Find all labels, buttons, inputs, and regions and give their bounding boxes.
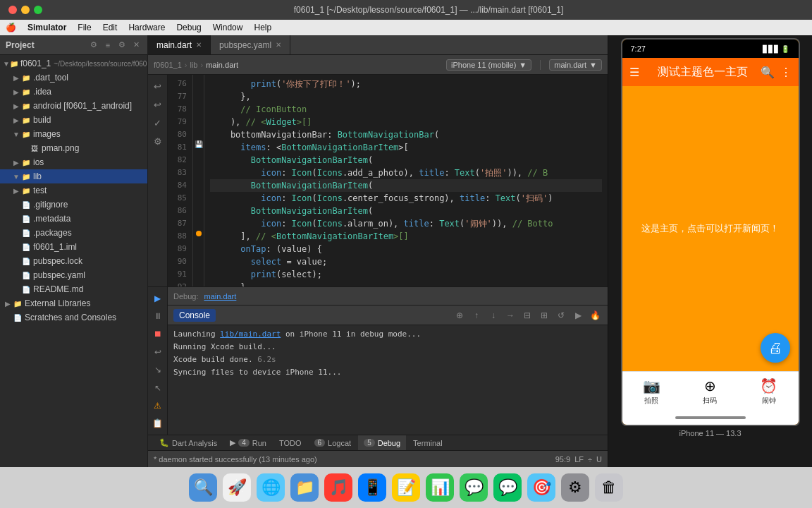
tab-main-dart[interactable]: main.dart ✕ bbox=[148, 35, 211, 54]
tree-item[interactable]: ▶📁.idea bbox=[0, 85, 147, 99]
dock-messages[interactable]: 💬 bbox=[460, 473, 488, 502]
debug-step-out[interactable]: ↖ bbox=[149, 380, 166, 396]
sidebar-btn-close[interactable]: ✕ bbox=[130, 40, 142, 51]
editor-tabs: main.dart ✕ pubspec.yaml ✕ bbox=[148, 35, 608, 55]
tree-item[interactable]: 📄Scratches and Consoles bbox=[0, 310, 147, 325]
tree-item[interactable]: 📄.gitignore bbox=[0, 198, 147, 212]
debug-step-in[interactable]: ↘ bbox=[149, 362, 166, 378]
debug-resume-btn[interactable]: ▶ bbox=[149, 290, 166, 306]
tree-item[interactable]: ▶📁test bbox=[0, 183, 147, 198]
iphone-nav-photo[interactable]: 📷 拍照 bbox=[622, 377, 681, 406]
dock-finder2[interactable]: 📁 bbox=[290, 473, 319, 502]
dock-notes[interactable]: 📝 bbox=[392, 473, 420, 502]
tree-item[interactable]: ▶📁External Libraries bbox=[0, 296, 147, 310]
dock-wechat[interactable]: 💬 bbox=[493, 473, 522, 502]
menu-simulator[interactable]: Simulator bbox=[27, 23, 66, 32]
left-btn-1[interactable]: ↩ bbox=[149, 78, 166, 95]
left-btn-2[interactable]: ↩ bbox=[149, 96, 166, 113]
iphone-nav-alarm[interactable]: ⏰ 闹钟 bbox=[739, 377, 798, 406]
tab-close-main[interactable]: ✕ bbox=[196, 41, 202, 49]
tree-item[interactable]: ▼📁f0601_1~/Desktop/lesson/source/f0601_1 bbox=[0, 56, 147, 71]
menu-hardware[interactable]: Hardware bbox=[128, 23, 165, 32]
tree-item[interactable]: ▼📁lib bbox=[0, 169, 147, 183]
iphone-status-icons: ▊▊▊ 🔋 bbox=[763, 45, 790, 53]
sidebar-btn-1[interactable]: ⚙ bbox=[88, 40, 99, 51]
tree-item[interactable]: 📄f0601_1.iml bbox=[0, 240, 147, 254]
minimize-button[interactable] bbox=[21, 6, 30, 14]
console-tab[interactable]: Console bbox=[173, 309, 216, 322]
console-link[interactable]: lib/main.dart bbox=[220, 329, 281, 339]
tree-item[interactable]: 📄pubspec.yaml bbox=[0, 268, 147, 282]
sidebar-btn-2[interactable]: ≡ bbox=[102, 40, 113, 51]
line-indicator-cell bbox=[193, 254, 204, 262]
line-indicator-cell bbox=[193, 262, 204, 270]
close-button[interactable] bbox=[8, 6, 17, 14]
left-btn-4[interactable]: ⚙ bbox=[149, 133, 166, 150]
tree-item[interactable]: ▶📁build bbox=[0, 113, 147, 127]
iphone-menu-icon[interactable]: ☰ bbox=[629, 66, 639, 79]
console-btn-4[interactable]: → bbox=[503, 308, 517, 322]
sidebar-btn-3[interactable]: ⚙ bbox=[116, 40, 128, 51]
console-btn-3[interactable]: ↓ bbox=[486, 308, 500, 322]
tree-arrow-icon: ▶ bbox=[11, 187, 21, 195]
run-bar-run[interactable]: ▶ 4 Run bbox=[224, 435, 272, 451]
iphone-search-icon[interactable]: 🔍 bbox=[761, 66, 775, 79]
console-btn-8[interactable]: ▶ bbox=[571, 308, 585, 322]
iphone-nav-scan[interactable]: ⊕ 扫码 bbox=[681, 377, 739, 406]
file-nav-dropdown[interactable]: main.dart ▼ bbox=[549, 59, 602, 71]
dock-appstore[interactable]: 📱 bbox=[358, 473, 386, 502]
dock-finder[interactable]: 🔍 bbox=[189, 473, 217, 502]
run-bar-debug[interactable]: 5 Debug bbox=[358, 435, 406, 451]
debug-file-link[interactable]: main.dart bbox=[204, 292, 236, 301]
dock-safari[interactable]: 🌐 bbox=[257, 473, 285, 502]
menu-file[interactable]: File bbox=[78, 23, 91, 32]
line-number: 84 bbox=[171, 179, 187, 192]
dock-launchpad[interactable]: 🚀 bbox=[223, 473, 251, 502]
menu-window[interactable]: Window bbox=[213, 23, 243, 32]
run-bar-dart-analysis[interactable]: 🐛 Dart Analysis bbox=[154, 435, 223, 451]
console-btn-1[interactable]: ⊕ bbox=[453, 308, 467, 322]
dock-music[interactable]: 🎵 bbox=[324, 473, 352, 502]
console-btn-5[interactable]: ⊟ bbox=[520, 308, 534, 322]
tree-item[interactable]: 📄.packages bbox=[0, 226, 147, 240]
dock-flutter[interactable]: 🎯 bbox=[527, 473, 555, 502]
tab-pubspec[interactable]: pubspec.yaml ✕ bbox=[211, 35, 290, 54]
run-bar-todo[interactable]: TODO bbox=[273, 435, 307, 451]
run-bar-terminal[interactable]: Terminal bbox=[407, 435, 448, 451]
dock-trash[interactable]: 🗑 bbox=[595, 473, 623, 502]
tree-item[interactable]: 🖼pman.png bbox=[0, 141, 147, 155]
console-btn-7[interactable]: ↺ bbox=[554, 308, 568, 322]
debug-log[interactable]: 📋 bbox=[149, 416, 166, 432]
dock-numbers[interactable]: 📊 bbox=[426, 473, 454, 502]
debug-warn[interactable]: ⚠ bbox=[149, 397, 166, 413]
tree-item[interactable]: ▶📁.dart_tool bbox=[0, 71, 147, 85]
iphone-fab[interactable]: 🖨 bbox=[761, 333, 790, 363]
code-editor[interactable]: 7677787980818283848586878889909192939495… bbox=[168, 75, 608, 286]
debug-pause-btn[interactable]: ⏸ bbox=[149, 308, 166, 324]
tree-item[interactable]: 📄pubspec.lock bbox=[0, 254, 147, 268]
iphone-more-icon[interactable]: ⋮ bbox=[780, 66, 792, 79]
console-btn-6[interactable]: ⊞ bbox=[537, 308, 551, 322]
dock-settings[interactable]: ⚙ bbox=[561, 473, 589, 502]
debug-step-over[interactable]: ↩ bbox=[149, 344, 166, 360]
line-number: 86 bbox=[171, 205, 187, 217]
maximize-button[interactable] bbox=[34, 6, 42, 14]
debug-stop-btn[interactable]: ⏹ bbox=[149, 326, 166, 342]
code-content[interactable]: print('你按下了打印！'); }, // IconButton ), //… bbox=[204, 75, 608, 286]
menu-edit[interactable]: Edit bbox=[103, 23, 118, 32]
tree-item[interactable]: ▶📁ios bbox=[0, 155, 147, 169]
tree-item[interactable]: ▶📁android [f0601_1_android] bbox=[0, 99, 147, 113]
console-btn-2[interactable]: ↑ bbox=[469, 308, 484, 322]
menu-debug[interactable]: Debug bbox=[176, 23, 201, 32]
left-btn-3[interactable]: ✓ bbox=[149, 114, 166, 131]
run-bar-logcat[interactable]: 6 Logcat bbox=[309, 435, 357, 451]
menu-apple[interactable]: 🍎 bbox=[6, 23, 16, 32]
console-btn-fire[interactable]: 🔥 bbox=[588, 308, 602, 322]
code-line: BottomNavigationBarItem( bbox=[210, 205, 602, 217]
tree-item[interactable]: 📄.metadata bbox=[0, 212, 147, 226]
menu-help[interactable]: Help bbox=[254, 23, 271, 32]
run-config-dropdown[interactable]: iPhone 11 (mobile) ▼ bbox=[446, 59, 531, 71]
tree-item[interactable]: 📄README.md bbox=[0, 282, 147, 296]
tab-close-pubspec[interactable]: ✕ bbox=[276, 41, 281, 49]
tree-item[interactable]: ▼📁images bbox=[0, 127, 147, 141]
